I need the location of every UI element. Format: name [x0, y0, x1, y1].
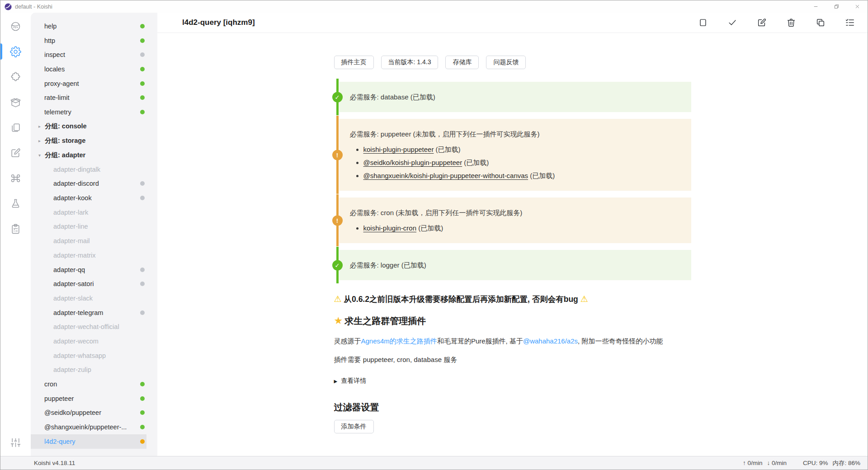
- meta-button-row: 插件主页当前版本: 1.4.3存储库问题反馈: [334, 56, 691, 69]
- plugin-link[interactable]: @seidko/koishi-plugin-puppeteer: [363, 159, 462, 166]
- meta-button--[interactable]: 问题反馈: [486, 56, 526, 69]
- check-button[interactable]: [727, 18, 737, 28]
- loaded-suffix: (已加载): [416, 224, 443, 232]
- meta-button--[interactable]: 插件主页: [334, 56, 374, 69]
- sidebar-group--console[interactable]: ▸分组: console: [31, 119, 146, 134]
- alert-message: 必需服务: puppeteer (未加载，启用下列任一插件可实现此服务)kois…: [339, 119, 691, 191]
- sidebar-item-adapter-kook[interactable]: adapter-kook: [31, 191, 146, 205]
- sidebar-item-label: telemetry: [44, 108, 71, 116]
- rail-item-market-box[interactable]: [0, 89, 31, 115]
- page-title: l4d2-query [iqhzm9]: [182, 18, 255, 27]
- minimize-icon: [813, 4, 819, 9]
- plugin-link[interactable]: koishi-plugin-cron: [363, 224, 417, 232]
- sidebar-item-label: 分组: console: [45, 122, 87, 131]
- sidebar-item-label: adapter-wecom: [53, 338, 99, 345]
- memory-usage: 内存: 86%: [832, 459, 860, 467]
- sidebar-item-inspect[interactable]: inspect: [31, 47, 146, 62]
- sidebar-item-label: cron: [44, 381, 57, 388]
- status-dot-green: [140, 396, 145, 401]
- meta-button--1-4-3[interactable]: 当前版本: 1.4.3: [381, 56, 439, 69]
- exclamation-badge-icon: !: [332, 215, 343, 226]
- upgrade-warning-heading: ⚠从0.6.2之前旧版本升级需要移除配置后再添加新配置, 否则会有bug⚠: [334, 294, 691, 305]
- sidebar-item-label: adapter-matrix: [53, 252, 95, 259]
- sidebar-item-adapter-wecom[interactable]: adapter-wecom: [31, 334, 146, 348]
- restore-button[interactable]: [826, 0, 847, 13]
- sidebar-item-label: adapter-satori: [53, 280, 94, 287]
- sidebar-item-http[interactable]: http: [31, 33, 146, 48]
- rail-item-sliders[interactable]: [0, 430, 31, 455]
- sidebar-group--storage[interactable]: ▸分组: storage: [31, 134, 146, 148]
- sidebar-item-label: locales: [44, 66, 65, 73]
- status-dot-gray: [140, 181, 145, 186]
- sidebar-item-adapter-whatsapp[interactable]: adapter-whatsapp: [31, 348, 146, 363]
- rail-item-koishi-ball[interactable]: [0, 14, 31, 39]
- market-box-icon: [10, 97, 21, 108]
- service-alerts: ✓必需服务: database (已加载)!必需服务: puppeteer (未…: [334, 82, 691, 280]
- sidebar-item-adapter-line[interactable]: adapter-line: [31, 220, 146, 234]
- rail-item-files[interactable]: [0, 115, 31, 140]
- sidebar-item-adapter-satori[interactable]: adapter-satori: [31, 277, 146, 291]
- titlebar: default - Koishi: [0, 0, 868, 13]
- alert-message: 必需服务: logger (已加载): [339, 250, 691, 280]
- rail-item-gear[interactable]: [0, 39, 31, 64]
- edit-button[interactable]: [757, 18, 767, 28]
- sidebar-item-adapter-matrix[interactable]: adapter-matrix: [31, 248, 146, 263]
- details-toggle[interactable]: ▶ 查看详情: [334, 377, 691, 385]
- plugin-intro: 灵感源于Agnes4m的求生之路插件和毛茸茸的Pure服插件, 基于@wahah…: [334, 335, 691, 347]
- sidebar-item-label: l4d2-query: [44, 438, 75, 445]
- exclamation-badge-icon: !: [332, 150, 343, 160]
- sidebar-item-help[interactable]: help: [31, 19, 146, 33]
- sidebar-item-label: proxy-agent: [44, 80, 79, 87]
- rail-item-tasks-clipboard[interactable]: [0, 216, 31, 241]
- sidebar-item-adapter-wechat-official[interactable]: adapter-wechat-official: [31, 320, 146, 334]
- sidebar-item-proxy-agent[interactable]: proxy-agent: [31, 76, 146, 91]
- chevron-down-icon: ▾: [38, 153, 43, 158]
- sidebar-item-label: adapter-wechat-official: [53, 323, 119, 330]
- sidebar-group--adapter[interactable]: ▾分组: adapter: [31, 148, 146, 162]
- stop-square-icon: [698, 18, 708, 28]
- sidebar-item-label: adapter-lark: [53, 209, 88, 216]
- manage-list-button[interactable]: [845, 18, 855, 28]
- stop-square-button[interactable]: [698, 18, 708, 28]
- rail-item-sandbox-edit[interactable]: [0, 140, 31, 165]
- add-condition-button[interactable]: 添加条件: [334, 420, 374, 433]
- intro-link[interactable]: Agnes4m的求生之路插件: [361, 337, 437, 345]
- close-button[interactable]: [847, 0, 868, 13]
- sidebar-item-adapter-lark[interactable]: adapter-lark: [31, 205, 146, 220]
- sidebar-item-adapter-slack[interactable]: adapter-slack: [31, 291, 146, 306]
- rail-item-puzzle[interactable]: [0, 64, 31, 89]
- sidebar-item-adapter-qq[interactable]: adapter-qq: [31, 263, 146, 277]
- sidebar-item-rate-limit[interactable]: rate-limit: [31, 90, 146, 105]
- sidebar-item-adapter-telegram[interactable]: adapter-telegram: [31, 306, 146, 320]
- duplicate-icon: [816, 18, 826, 28]
- edit-icon: [757, 18, 767, 28]
- sidebar-item--seidko-puppeteer[interactable]: @seidko/puppeteer: [31, 406, 146, 420]
- sidebar-item-adapter-dingtalk[interactable]: adapter-dingtalk: [31, 162, 146, 177]
- sidebar-item-adapter-mail[interactable]: adapter-mail: [31, 234, 146, 248]
- trash-button[interactable]: [786, 18, 796, 28]
- minimize-button[interactable]: [805, 0, 826, 13]
- sidebar-item-puppeteer[interactable]: puppeteer: [31, 391, 146, 406]
- meta-button--[interactable]: 存储库: [445, 56, 479, 69]
- sidebar-item--shangxueink-puppeteer-[interactable]: @shangxueink/puppeteer-...: [31, 420, 146, 434]
- sidebar-item-adapter-zulip[interactable]: adapter-zulip: [31, 363, 146, 377]
- sidebar-item-label: adapter-line: [53, 223, 88, 230]
- alert-plugin-item: @shangxueink/koishi-plugin-puppeteer-wit…: [363, 171, 680, 180]
- sidebar-item-locales[interactable]: locales: [31, 62, 146, 76]
- filter-settings-heading: 过滤器设置: [334, 401, 691, 414]
- plugin-link[interactable]: koishi-plugin-puppeteer: [363, 146, 434, 153]
- window-title: default - Koishi: [15, 4, 52, 10]
- sidebar-item-l4d2-query[interactable]: l4d2-query: [31, 434, 146, 449]
- sidebar-item-telemetry[interactable]: telemetry: [31, 105, 146, 119]
- sidebar-item-label: adapter-discord: [53, 180, 99, 187]
- plugin-link[interactable]: @shangxueink/koishi-plugin-puppeteer-wit…: [363, 172, 528, 179]
- sidebar-item-label: adapter-qq: [53, 266, 85, 273]
- sidebar-item-adapter-discord[interactable]: adapter-discord: [31, 177, 146, 191]
- duplicate-button[interactable]: [816, 18, 826, 28]
- rail-item-flask[interactable]: [0, 191, 31, 216]
- check-icon: [727, 18, 737, 28]
- alert-text: 必需服务: puppeteer (未加载，启用下列任一插件可实现此服务): [350, 129, 680, 139]
- sidebar-item-cron[interactable]: cron: [31, 377, 146, 391]
- intro-link[interactable]: @wahaha216/a2s: [523, 337, 578, 345]
- rail-item-command[interactable]: [0, 165, 31, 191]
